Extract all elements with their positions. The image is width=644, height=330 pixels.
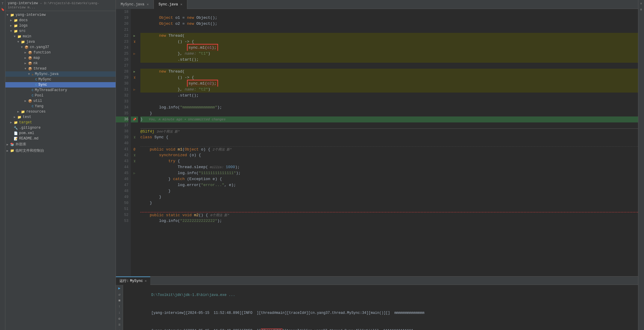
arrow-src[interactable]: ▼ (10, 30, 14, 33)
arrow-test[interactable]: ▶ (14, 115, 17, 119)
tree-item-mythreadfactory[interactable]: C MyThreadFactory (5, 88, 116, 93)
xml-icon-pom: 📄 (14, 131, 18, 135)
tree-item-gitignore[interactable]: 🔧 .gitignore (5, 125, 116, 131)
tree-item-thread[interactable]: ▼ 📦 thread (5, 66, 116, 71)
tree-item-logs[interactable]: ▶ 📁 logs (5, 23, 116, 28)
ln-45: 45 (116, 170, 128, 176)
tree-item-java[interactable]: ▼ 📁 java (5, 39, 116, 44)
tab-sync[interactable]: Sync.java ✕ (154, 0, 187, 9)
code-line-50: } (140, 200, 638, 206)
arrow-logs[interactable]: ▶ (10, 24, 14, 27)
tree-item-cn-yang37[interactable]: ▼ 📦 cn.yang37 (5, 44, 116, 50)
arrow-resources[interactable]: ▶ (17, 110, 21, 113)
tree-item-nk[interactable]: ▶ 📦 nk (5, 61, 116, 66)
scroll-end-btn[interactable]: ↓ (117, 329, 122, 330)
tree-item-map[interactable]: ▶ 📦 map (5, 55, 116, 61)
code-line-53: log.info("22222222222222"); (140, 218, 638, 224)
project-title: yang-interview – D:\Projects\0-GitWorks\… (8, 1, 99, 10)
gutter-43: ⊻ (131, 158, 138, 164)
settings-btn[interactable]: ⚙ (117, 317, 122, 321)
arrow-function[interactable]: ▶ (24, 51, 28, 54)
arrow-util[interactable]: ▶ (24, 99, 28, 103)
arrow-map[interactable]: ▶ (24, 56, 28, 60)
gutter-39: ⊻ (131, 134, 138, 140)
tree-item-external-libs[interactable]: ▶ 📚 外部库 (5, 141, 116, 148)
label-src: src (19, 29, 26, 33)
right-icon-2[interactable]: ⚙ (639, 7, 644, 12)
play-btn[interactable]: ▶ (117, 286, 122, 291)
tms-icon[interactable]: T (0, 1, 5, 6)
tree-item-docs[interactable]: ▶ 📁 docs (5, 18, 116, 23)
label-resources: resources (26, 110, 46, 114)
filter-btn[interactable]: ≡ (117, 323, 122, 327)
scroll-down-btn[interactable]: ↓ (117, 311, 122, 315)
tree-item-test[interactable]: ▶ 📁 test (5, 114, 116, 120)
tree-item-main[interactable]: ▼ 📁 main (5, 34, 116, 39)
right-icon-1[interactable]: ≡ (639, 1, 644, 6)
ln-30: 30 (116, 81, 128, 87)
folder-icon-yang-interview: 📁 (10, 13, 14, 17)
arrow-java[interactable]: ▼ (17, 40, 21, 44)
tree-item-pool[interactable]: C Pool (5, 93, 116, 98)
arrow-thread[interactable]: ▼ (24, 67, 28, 70)
gutter-41: @ (131, 146, 138, 152)
tree-item-yang[interactable]: C Yang (5, 104, 116, 109)
arrow-target[interactable]: ▶ (10, 121, 14, 124)
arrow-cn-yang37[interactable]: ▼ (21, 46, 24, 49)
tree-item-pom-xml[interactable]: 📄 pom.xml (5, 131, 116, 136)
tab-run-close[interactable]: ✕ (145, 279, 147, 283)
ln-23: 23 (116, 39, 128, 45)
ln-24: 24 (116, 45, 128, 51)
tab-mysync-close[interactable]: ✕ (147, 2, 149, 6)
package-icon-thread: 📦 (28, 67, 32, 71)
console-line-1: [yang-interview][2024-05-15 11:52:48.896… (125, 304, 636, 322)
kw-object: Object (140, 15, 175, 21)
arrow-external-libs[interactable]: ▶ (7, 143, 10, 146)
ln-44: 44 (116, 164, 128, 170)
folder-icon-src: 📁 (14, 29, 18, 33)
rerun-btn[interactable]: ↺ (117, 292, 122, 297)
ln-36: 36 (116, 116, 128, 122)
line-numbers: 18 19 20 21 22 23 24 25 26 27 28 29 30 3… (116, 9, 131, 276)
ln-50: 50 (116, 200, 128, 206)
gutter-52 (131, 212, 138, 218)
tree-item-function[interactable]: ▶ 📦 function (5, 50, 116, 55)
arrow-nk[interactable]: ▶ (24, 62, 28, 65)
tree-item-src[interactable]: ▼ 📁 src (5, 28, 116, 34)
ln-28: 28 (116, 69, 128, 75)
label-readme: README.md (19, 136, 39, 141)
gutter-42: ⊻ (131, 152, 138, 158)
stop-btn[interactable]: ■ (117, 299, 122, 303)
tree-item-sync-class[interactable]: C Sync (5, 82, 116, 88)
ln-19: 19 (116, 15, 128, 21)
tree-item-util[interactable]: ▶ 📦 util (5, 98, 116, 104)
class-icon-pool: C (32, 94, 34, 97)
gutter-40 (131, 140, 138, 146)
arrow-sync-class (32, 83, 35, 87)
package-icon-map: 📦 (28, 56, 32, 60)
bookmark-icon[interactable]: 🔖 (0, 7, 5, 12)
label-mythreadfactory: MyThreadFactory (35, 88, 67, 92)
tree-item-target[interactable]: ▶ 📁 target (5, 120, 116, 125)
tree-item-readme[interactable]: 📝 README.md (5, 136, 116, 141)
tree-item-yang-interview[interactable]: ▼ 📁 yang-interview (5, 12, 116, 18)
arrow-yang-interview[interactable]: ▼ (7, 13, 10, 17)
gutter-25: ▷ (131, 51, 138, 57)
arrow-docs[interactable]: ▶ (10, 19, 14, 22)
gutter-37 (131, 122, 138, 128)
arrow-temp-files[interactable]: ▶ (7, 149, 10, 153)
tab-run[interactable]: 运行: MySync ✕ (116, 277, 150, 285)
arrow-mysync-java[interactable]: ▼ (28, 73, 32, 76)
tree-item-mysync-class[interactable]: C MySync (5, 77, 116, 82)
tree-item-temp-files[interactable]: ▶ 📁 临时文件和控制台 (5, 148, 116, 154)
tab-mysync[interactable]: MySync.java ✕ (116, 0, 154, 9)
code-editor[interactable]: Object o1 = new Object(); Object o2 = ne… (138, 9, 638, 276)
gutter-arrow-25: ▷ (134, 52, 135, 56)
arrow-main[interactable]: ▼ (14, 35, 17, 38)
scroll-up-btn[interactable]: ↑ (117, 305, 122, 309)
tree-item-resources[interactable]: ▶ 📁 resources (5, 109, 116, 114)
tab-sync-close[interactable]: ✕ (180, 2, 183, 6)
gutter-icon-41: @ (134, 148, 135, 151)
tree-item-mysync-java[interactable]: ▼ ☕ MySync.java (5, 71, 116, 77)
ln-52: 52 (116, 212, 128, 218)
